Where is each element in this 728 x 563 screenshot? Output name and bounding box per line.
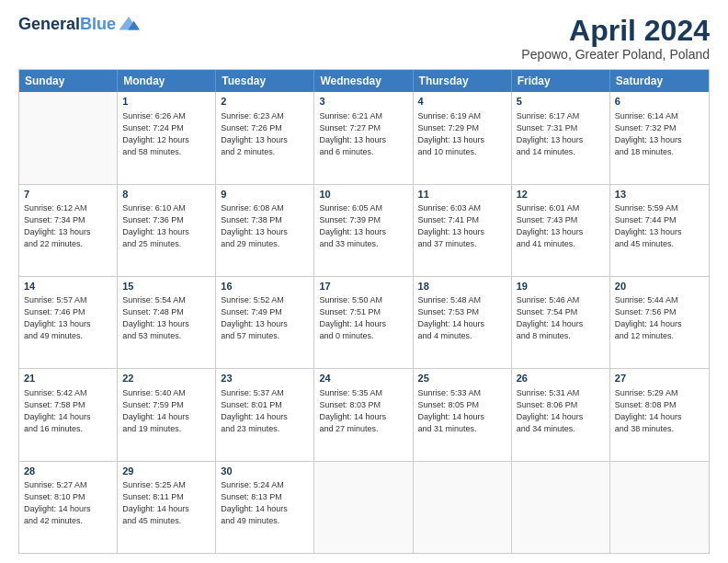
cell-day-number: 24	[319, 372, 407, 385]
calendar-cell-27: 27Sunrise: 5:29 AM Sunset: 8:08 PM Dayli…	[610, 369, 709, 460]
cell-info: Sunrise: 5:33 AM Sunset: 8:05 PM Dayligh…	[418, 387, 506, 435]
cell-day-number: 28	[24, 465, 112, 478]
main-title: April 2024	[521, 15, 710, 47]
calendar-row-1: 1Sunrise: 6:26 AM Sunset: 7:24 PM Daylig…	[19, 92, 709, 184]
calendar: SundayMondayTuesdayWednesdayThursdayFrid…	[18, 69, 710, 554]
header-day-thursday: Thursday	[414, 70, 512, 92]
calendar-cell-30: 30Sunrise: 5:24 AM Sunset: 8:13 PM Dayli…	[216, 462, 314, 553]
cell-info: Sunrise: 5:46 AM Sunset: 7:54 PM Dayligh…	[517, 294, 605, 342]
calendar-cell-25: 25Sunrise: 5:33 AM Sunset: 8:05 PM Dayli…	[414, 369, 512, 460]
cell-day-number: 19	[517, 280, 605, 293]
header-day-wednesday: Wednesday	[314, 70, 413, 92]
calendar-cell-5: 5Sunrise: 6:17 AM Sunset: 7:31 PM Daylig…	[512, 92, 610, 183]
cell-info: Sunrise: 6:23 AM Sunset: 7:26 PM Dayligh…	[221, 110, 309, 158]
cell-day-number: 5	[517, 95, 605, 109]
logo-text: GeneralBlue	[18, 16, 116, 34]
calendar-cell-22: 22Sunrise: 5:40 AM Sunset: 7:59 PM Dayli…	[118, 369, 216, 460]
cell-info: Sunrise: 5:48 AM Sunset: 7:53 PM Dayligh…	[418, 294, 506, 342]
cell-day-number: 8	[122, 188, 210, 201]
calendar-cell-empty	[610, 462, 709, 553]
cell-info: Sunrise: 6:05 AM Sunset: 7:39 PM Dayligh…	[319, 202, 407, 250]
cell-info: Sunrise: 5:50 AM Sunset: 7:51 PM Dayligh…	[319, 294, 407, 342]
calendar-row-3: 14Sunrise: 5:57 AM Sunset: 7:46 PM Dayli…	[19, 277, 709, 369]
calendar-cell-8: 8Sunrise: 6:10 AM Sunset: 7:36 PM Daylig…	[118, 185, 216, 276]
calendar-cell-2: 2Sunrise: 6:23 AM Sunset: 7:26 PM Daylig…	[216, 92, 314, 183]
calendar-cell-7: 7Sunrise: 6:12 AM Sunset: 7:34 PM Daylig…	[19, 185, 118, 276]
cell-day-number: 6	[615, 95, 704, 109]
calendar-cell-empty	[314, 462, 413, 553]
cell-day-number: 20	[615, 280, 704, 293]
cell-day-number: 12	[517, 188, 605, 201]
header-day-friday: Friday	[512, 70, 610, 92]
cell-day-number: 29	[122, 465, 210, 478]
cell-info: Sunrise: 5:42 AM Sunset: 7:58 PM Dayligh…	[24, 387, 112, 435]
calendar-cell-19: 19Sunrise: 5:46 AM Sunset: 7:54 PM Dayli…	[512, 277, 610, 368]
cell-info: Sunrise: 6:08 AM Sunset: 7:38 PM Dayligh…	[221, 202, 309, 250]
calendar-cell-4: 4Sunrise: 6:19 AM Sunset: 7:29 PM Daylig…	[414, 92, 512, 183]
header: GeneralBlue April 2024 Pepowo, Greater P…	[18, 15, 710, 62]
calendar-cell-17: 17Sunrise: 5:50 AM Sunset: 7:51 PM Dayli…	[314, 277, 413, 368]
header-day-sunday: Sunday	[19, 70, 118, 92]
cell-info: Sunrise: 6:17 AM Sunset: 7:31 PM Dayligh…	[517, 110, 605, 158]
cell-day-number: 22	[122, 372, 210, 385]
cell-day-number: 13	[615, 188, 704, 201]
calendar-cell-28: 28Sunrise: 5:27 AM Sunset: 8:10 PM Dayli…	[19, 462, 118, 553]
calendar-cell-10: 10Sunrise: 6:05 AM Sunset: 7:39 PM Dayli…	[314, 185, 413, 276]
header-day-tuesday: Tuesday	[216, 70, 314, 92]
calendar-cell-6: 6Sunrise: 6:14 AM Sunset: 7:32 PM Daylig…	[610, 92, 709, 183]
calendar-cell-3: 3Sunrise: 6:21 AM Sunset: 7:27 PM Daylig…	[314, 92, 413, 183]
cell-day-number: 30	[221, 465, 309, 478]
cell-info: Sunrise: 5:24 AM Sunset: 8:13 PM Dayligh…	[221, 479, 309, 527]
calendar-row-4: 21Sunrise: 5:42 AM Sunset: 7:58 PM Dayli…	[19, 369, 709, 461]
logo: GeneralBlue	[18, 15, 140, 35]
cell-day-number: 3	[319, 95, 407, 109]
cell-info: Sunrise: 5:37 AM Sunset: 8:01 PM Dayligh…	[221, 387, 309, 435]
cell-info: Sunrise: 6:01 AM Sunset: 7:43 PM Dayligh…	[517, 202, 605, 250]
cell-day-number: 1	[122, 95, 210, 109]
cell-info: Sunrise: 5:57 AM Sunset: 7:46 PM Dayligh…	[24, 294, 112, 342]
calendar-row-5: 28Sunrise: 5:27 AM Sunset: 8:10 PM Dayli…	[19, 462, 709, 553]
subtitle: Pepowo, Greater Poland, Poland	[521, 47, 710, 62]
cell-day-number: 2	[221, 95, 309, 109]
header-day-monday: Monday	[118, 70, 216, 92]
calendar-cell-empty	[512, 462, 610, 553]
cell-info: Sunrise: 5:40 AM Sunset: 7:59 PM Dayligh…	[122, 387, 210, 435]
cell-day-number: 21	[24, 372, 112, 385]
calendar-body: 1Sunrise: 6:26 AM Sunset: 7:24 PM Daylig…	[19, 92, 709, 553]
calendar-cell-12: 12Sunrise: 6:01 AM Sunset: 7:43 PM Dayli…	[512, 185, 610, 276]
cell-info: Sunrise: 6:14 AM Sunset: 7:32 PM Dayligh…	[615, 110, 704, 158]
calendar-cell-13: 13Sunrise: 5:59 AM Sunset: 7:44 PM Dayli…	[610, 185, 709, 276]
calendar-cell-9: 9Sunrise: 6:08 AM Sunset: 7:38 PM Daylig…	[216, 185, 314, 276]
calendar-cell-23: 23Sunrise: 5:37 AM Sunset: 8:01 PM Dayli…	[216, 369, 314, 460]
cell-info: Sunrise: 5:27 AM Sunset: 8:10 PM Dayligh…	[24, 479, 112, 527]
cell-day-number: 25	[418, 372, 506, 385]
calendar-row-2: 7Sunrise: 6:12 AM Sunset: 7:34 PM Daylig…	[19, 185, 709, 277]
calendar-cell-26: 26Sunrise: 5:31 AM Sunset: 8:06 PM Dayli…	[512, 369, 610, 460]
calendar-cell-empty	[414, 462, 512, 553]
calendar-cell-20: 20Sunrise: 5:44 AM Sunset: 7:56 PM Dayli…	[610, 277, 709, 368]
calendar-cell-16: 16Sunrise: 5:52 AM Sunset: 7:49 PM Dayli…	[216, 277, 314, 368]
cell-info: Sunrise: 6:19 AM Sunset: 7:29 PM Dayligh…	[418, 110, 506, 158]
cell-info: Sunrise: 5:25 AM Sunset: 8:11 PM Dayligh…	[122, 479, 210, 527]
cell-info: Sunrise: 5:31 AM Sunset: 8:06 PM Dayligh…	[517, 387, 605, 435]
cell-day-number: 18	[418, 280, 506, 293]
calendar-header: SundayMondayTuesdayWednesdayThursdayFrid…	[19, 70, 709, 92]
cell-info: Sunrise: 6:12 AM Sunset: 7:34 PM Dayligh…	[24, 202, 112, 250]
calendar-cell-29: 29Sunrise: 5:25 AM Sunset: 8:11 PM Dayli…	[118, 462, 216, 553]
calendar-cell-21: 21Sunrise: 5:42 AM Sunset: 7:58 PM Dayli…	[19, 369, 118, 460]
cell-day-number: 15	[122, 280, 210, 293]
cell-info: Sunrise: 5:59 AM Sunset: 7:44 PM Dayligh…	[615, 202, 704, 250]
calendar-cell-24: 24Sunrise: 5:35 AM Sunset: 8:03 PM Dayli…	[314, 369, 413, 460]
logo-icon	[118, 15, 140, 33]
cell-day-number: 23	[221, 372, 309, 385]
cell-info: Sunrise: 6:10 AM Sunset: 7:36 PM Dayligh…	[122, 202, 210, 250]
cell-info: Sunrise: 5:52 AM Sunset: 7:49 PM Dayligh…	[221, 294, 309, 342]
title-block: April 2024 Pepowo, Greater Poland, Polan…	[521, 15, 710, 62]
cell-info: Sunrise: 6:21 AM Sunset: 7:27 PM Dayligh…	[319, 110, 407, 158]
cell-info: Sunrise: 6:03 AM Sunset: 7:41 PM Dayligh…	[418, 202, 506, 250]
cell-info: Sunrise: 5:44 AM Sunset: 7:56 PM Dayligh…	[615, 294, 704, 342]
calendar-cell-11: 11Sunrise: 6:03 AM Sunset: 7:41 PM Dayli…	[414, 185, 512, 276]
calendar-cell-14: 14Sunrise: 5:57 AM Sunset: 7:46 PM Dayli…	[19, 277, 118, 368]
cell-info: Sunrise: 6:26 AM Sunset: 7:24 PM Dayligh…	[122, 110, 210, 158]
cell-day-number: 17	[319, 280, 407, 293]
